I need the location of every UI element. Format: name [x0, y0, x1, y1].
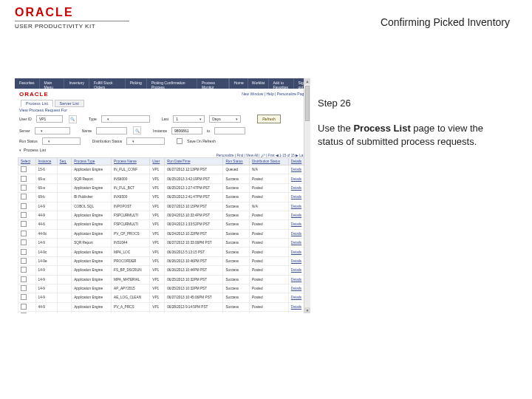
- cell-seq: [57, 174, 72, 183]
- row-checkbox[interactable]: [21, 285, 27, 291]
- table-row: 69-bBI PublisherINX6500VP106/25/2013 2:4…: [18, 193, 307, 202]
- row-checkbox[interactable]: [21, 185, 27, 191]
- col-1[interactable]: Instance: [35, 158, 57, 166]
- select-last-unit[interactable]: Days: [209, 115, 241, 123]
- menu-inventory[interactable]: Inventory: [64, 78, 89, 89]
- cell-select: [18, 312, 36, 314]
- cell-dt: 06/25/2013 3:42:19PM PST: [165, 174, 223, 183]
- app-brand: ORACLE: [19, 91, 49, 98]
- instruction-term: Process List: [353, 123, 410, 134]
- col-2[interactable]: Seq.: [57, 158, 72, 166]
- input-name[interactable]: [96, 127, 127, 134]
- row-checkbox[interactable]: [21, 176, 27, 182]
- lookup-userid-icon[interactable]: 🔍: [69, 115, 77, 123]
- details-link[interactable]: Details: [291, 222, 301, 226]
- input-instance-from[interactable]: 9806861: [171, 127, 202, 134]
- col-7[interactable]: Run Status: [223, 158, 249, 166]
- instruction-text: Use the Process List page to view the st…: [318, 122, 511, 148]
- row-checkbox[interactable]: [21, 258, 27, 264]
- menu-process-monitor[interactable]: Process Monitor: [197, 78, 230, 89]
- scroll-up-icon[interactable]: ▲: [304, 78, 310, 84]
- details-link[interactable]: Details: [291, 305, 301, 309]
- row-checkbox[interactable]: [21, 221, 27, 227]
- select-type[interactable]: [101, 115, 150, 123]
- input-userid[interactable]: VP1: [36, 115, 63, 123]
- cell-ds: Posted: [249, 248, 288, 256]
- menu-main[interactable]: Main Menu: [40, 78, 65, 89]
- details-link[interactable]: Details: [291, 259, 301, 263]
- cell-ds: Posted: [249, 183, 288, 192]
- menu-favorites[interactable]: Favorites: [15, 78, 40, 89]
- details-link[interactable]: Details: [291, 168, 301, 171]
- cell-dt: 06/27/2013 12:13PM PST: [165, 166, 223, 174]
- cell-pname: INPOPOST: [112, 202, 150, 211]
- cell-instance: 69-b: [35, 193, 57, 202]
- scroll-down-icon[interactable]: ▼: [304, 307, 310, 313]
- row-checkbox[interactable]: [21, 294, 27, 300]
- checkbox-save-on-refresh[interactable]: [177, 138, 183, 144]
- cell-ds: Posted: [249, 293, 288, 302]
- row-checkbox[interactable]: [21, 239, 27, 245]
- cell-select: [18, 166, 36, 174]
- cell-seq: [57, 166, 72, 174]
- cell-ptype: Application Engine: [72, 248, 112, 256]
- col-3[interactable]: Process Type: [72, 158, 112, 166]
- details-link[interactable]: Details: [291, 250, 301, 254]
- row-checkbox[interactable]: [21, 212, 27, 218]
- cell-pname: SCM_UPD_JOB: [112, 312, 150, 314]
- details-link[interactable]: Details: [291, 287, 301, 290]
- details-link[interactable]: Details: [291, 177, 301, 181]
- cell-ptype: Application Engine: [72, 256, 112, 265]
- tab-process-list[interactable]: Process List: [21, 100, 53, 107]
- details-link[interactable]: Details: [291, 186, 301, 190]
- cell-pname: FS_BP_DSCRUN: [112, 266, 150, 275]
- details-link[interactable]: Details: [291, 268, 301, 272]
- details-link[interactable]: Details: [291, 296, 301, 299]
- col-4[interactable]: Process Name: [112, 158, 150, 166]
- menu-fulfill[interactable]: Fulfill Stock Orders: [89, 78, 126, 89]
- details-link[interactable]: Details: [291, 195, 301, 199]
- details-link[interactable]: Details: [291, 241, 301, 245]
- menu-picking[interactable]: Picking: [126, 78, 147, 89]
- row-checkbox[interactable]: [21, 166, 27, 172]
- row-checkbox[interactable]: [21, 231, 27, 236]
- row-checkbox[interactable]: [21, 313, 27, 313]
- scrollbar[interactable]: ▲ ▼: [304, 78, 310, 313]
- lookup-name-icon[interactable]: 🔍: [133, 126, 141, 134]
- cell-rs: Success: [223, 312, 249, 314]
- page-links[interactable]: New Window | Help | Personalize Page: [242, 92, 306, 96]
- details-link[interactable]: Details: [291, 214, 301, 217]
- row-checkbox[interactable]: [21, 194, 27, 200]
- link-home[interactable]: Home: [229, 78, 247, 89]
- row-checkbox[interactable]: [21, 304, 27, 310]
- row-checkbox[interactable]: [21, 276, 27, 282]
- select-runstatus[interactable]: [42, 137, 81, 145]
- col-6[interactable]: Run Date/Time: [165, 158, 223, 166]
- tab-server-list[interactable]: Server List: [55, 100, 84, 107]
- details-link[interactable]: Details: [291, 232, 301, 236]
- cell-seq: [57, 220, 72, 229]
- select-diststatus[interactable]: [126, 137, 165, 145]
- link-add-fav[interactable]: Add to Favorites: [268, 78, 293, 89]
- col-5[interactable]: User: [150, 158, 165, 166]
- details-link[interactable]: Details: [291, 205, 301, 208]
- refresh-button[interactable]: Refresh: [257, 115, 281, 123]
- col-0[interactable]: Select: [18, 158, 36, 166]
- cell-seq: [57, 256, 72, 265]
- cell-rs: Success: [223, 220, 249, 229]
- table-row: 44-9cApplication EnginePV_CP_PROCSVP106/…: [18, 229, 307, 238]
- col-8[interactable]: Distribution Status: [249, 158, 288, 166]
- link-worklist[interactable]: Worklist: [248, 78, 269, 89]
- select-server[interactable]: [35, 127, 70, 134]
- cell-dt: 06/27/2013 10:33:06PM PST: [165, 239, 223, 248]
- select-last-n[interactable]: 1: [173, 115, 205, 123]
- scroll-thumb[interactable]: [305, 86, 310, 121]
- row-checkbox[interactable]: [21, 203, 27, 209]
- row-checkbox[interactable]: [21, 267, 27, 273]
- row-checkbox[interactable]: [21, 249, 27, 255]
- cell-ds: Posted: [249, 211, 288, 219]
- cell-seq: [57, 312, 72, 314]
- menu-pick-confirm[interactable]: Picking Confirmation Process: [147, 78, 197, 89]
- details-link[interactable]: Details: [291, 278, 301, 282]
- input-instance-to[interactable]: [214, 127, 245, 134]
